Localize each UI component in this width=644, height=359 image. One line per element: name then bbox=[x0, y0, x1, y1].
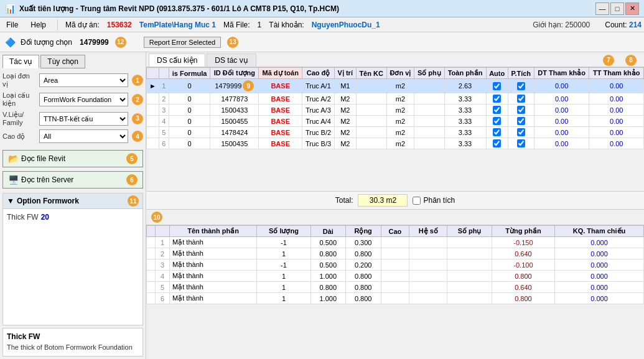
td-ten-kc bbox=[356, 116, 386, 127]
file-code: 1 bbox=[258, 21, 262, 29]
ltd-so-phu bbox=[447, 271, 492, 282]
lower-table-wrap[interactable]: Tên thành phần Số lượng Dài Rộng Cao Hệ … bbox=[146, 225, 644, 359]
ltd-dai: 0.800 bbox=[310, 282, 345, 293]
td-ptich[interactable] bbox=[508, 138, 534, 149]
ltd-he-so bbox=[409, 259, 447, 271]
td-vi-tri: M2 bbox=[334, 105, 356, 116]
obj-label: Đối tượng chọn bbox=[21, 38, 72, 47]
ltd-kq-tc: 0.000 bbox=[555, 237, 644, 248]
td-is-formula: 0 bbox=[169, 93, 210, 105]
ltd-kq-tc: 0.000 bbox=[555, 282, 644, 293]
label-v-lieu: V.Liệu/ Family bbox=[2, 111, 37, 126]
template-name: TemPlate\Hang Muc 1 bbox=[139, 21, 216, 29]
ltd-tung-phan: 0.640 bbox=[492, 248, 554, 259]
close-button[interactable]: ✕ bbox=[625, 2, 639, 15]
option-val: 20 bbox=[41, 213, 49, 221]
maximize-button[interactable]: □ bbox=[610, 2, 624, 15]
td-is-formula: 0 bbox=[169, 105, 210, 116]
circle-8: 8 bbox=[625, 55, 637, 66]
td-auto[interactable] bbox=[486, 127, 508, 138]
lth-num bbox=[156, 226, 170, 237]
td-ptich[interactable] bbox=[508, 105, 534, 116]
td-arrow: ► bbox=[147, 79, 159, 93]
tab-ds-tac-vu[interactable]: DS tác vụ bbox=[207, 54, 256, 67]
td-is-formula: 0 bbox=[169, 79, 210, 93]
ltd-num: 2 bbox=[156, 248, 170, 259]
label-cao-do: Cao độ bbox=[2, 133, 37, 141]
tab-tuy-chon[interactable]: Tùy chọn bbox=[40, 55, 85, 68]
td-tt-tk: 0.00 bbox=[589, 79, 644, 93]
field-loai-cau-kien: Loại cấu kiện FormWork Foundation 2 bbox=[2, 91, 143, 108]
td-vi-tri: M2 bbox=[334, 93, 356, 105]
file-label: Mã File: bbox=[223, 21, 250, 29]
phan-tich-check[interactable]: Phân tích bbox=[413, 196, 455, 205]
ltd-dai: 1.000 bbox=[310, 271, 345, 282]
circle-4: 4 bbox=[132, 131, 143, 142]
td-is-formula: 0 bbox=[169, 127, 210, 138]
menu-file[interactable]: File bbox=[2, 19, 22, 30]
tab-ds-cau-kien[interactable]: DS cấu kiện bbox=[149, 54, 205, 67]
option-section: ▼ Option Formwork 11 Thick FW 20 bbox=[2, 193, 143, 325]
ltd-so-phu bbox=[447, 237, 492, 248]
td-auto[interactable] bbox=[486, 138, 508, 149]
select-loai-cau-kien[interactable]: FormWork Foundation bbox=[39, 93, 128, 106]
triangle-icon: ▼ bbox=[7, 197, 14, 205]
td-don-vi: m2 bbox=[386, 79, 414, 93]
td-don-vi: m2 bbox=[386, 116, 414, 127]
td-ptich[interactable] bbox=[508, 79, 534, 93]
option-header: ▼ Option Formwork 11 bbox=[3, 193, 142, 209]
td-vi-tri: M2 bbox=[334, 116, 356, 127]
title-bar: 📊 Xuất tiên lượng - Trung tâm Revit NPD … bbox=[0, 0, 644, 17]
td-don-vi: m2 bbox=[386, 105, 414, 116]
report-error-button[interactable]: Report Error Selected bbox=[144, 37, 221, 48]
td-ptich[interactable] bbox=[508, 116, 534, 127]
account-label: Tài khoản: bbox=[269, 21, 304, 29]
ltd-tung-phan: -0.150 bbox=[492, 237, 554, 248]
select-v-lieu[interactable]: TTN-BT-kết cấu bbox=[39, 112, 128, 126]
project-code: 153632 bbox=[107, 21, 132, 29]
td-cao-do: Truc A/3 bbox=[302, 105, 335, 116]
ltd-he-so bbox=[409, 293, 447, 304]
td-num: 5 bbox=[159, 127, 169, 138]
td-don-vi: m2 bbox=[386, 127, 414, 138]
th-p-tich: P.Tích bbox=[508, 68, 534, 79]
th-id-doi-tuong: ID Đối tượng bbox=[210, 68, 259, 79]
doc-tren-server-button[interactable]: 🖥️ Đọc trên Server 6 bbox=[2, 171, 143, 189]
td-auto[interactable] bbox=[486, 93, 508, 105]
ltd-so-luong: -1 bbox=[257, 259, 311, 271]
td-arrow bbox=[147, 127, 159, 138]
td-don-vi: m2 bbox=[386, 138, 414, 149]
td-auto[interactable] bbox=[486, 105, 508, 116]
ltd-so-luong: 1 bbox=[257, 248, 311, 259]
limit-val: 250000 bbox=[565, 21, 590, 29]
upper-table-wrap[interactable]: is Formula ID Đối tượng Mã dự toán Cao đ… bbox=[146, 67, 644, 192]
td-cao-do: Truc A/1 bbox=[302, 79, 335, 93]
upper-table: is Formula ID Đối tượng Mã dự toán Cao đ… bbox=[146, 67, 644, 149]
td-ma-du-toan: BASE bbox=[259, 127, 302, 138]
lth-dai: Dài bbox=[310, 226, 345, 237]
lth-empty bbox=[147, 226, 156, 237]
ltd-dai: 0.500 bbox=[310, 259, 345, 271]
td-auto[interactable] bbox=[486, 79, 508, 93]
td-ptich[interactable] bbox=[508, 127, 534, 138]
lth-tung-phan: Từng phần bbox=[492, 226, 554, 237]
select-cao-do[interactable]: All bbox=[39, 129, 128, 143]
td-auto[interactable] bbox=[486, 116, 508, 127]
phan-tich-checkbox[interactable] bbox=[413, 197, 421, 205]
option-key: Thick FW bbox=[7, 213, 39, 221]
label-loai-cau-kien: Loại cấu kiện bbox=[2, 91, 37, 108]
lth-ten: Tên thành phần bbox=[170, 226, 257, 237]
doc-file-revit-button[interactable]: 📂 Đọc file Revit 5 bbox=[2, 150, 143, 167]
ltd-rong: 0.800 bbox=[345, 271, 381, 282]
select-loai-don-vi[interactable]: Area bbox=[39, 73, 128, 87]
obj-id: 1479999 bbox=[80, 38, 109, 47]
menu-help[interactable]: Help bbox=[27, 19, 50, 30]
ltd-so-luong: 1 bbox=[257, 282, 311, 293]
td-ptich[interactable] bbox=[508, 93, 534, 105]
phan-tich-label: Phân tích bbox=[423, 196, 455, 205]
minimize-button[interactable]: — bbox=[595, 2, 609, 15]
tab-tac-vu[interactable]: Tác vụ bbox=[2, 55, 39, 68]
circle-3: 3 bbox=[132, 113, 143, 124]
lth-so-phu: Số phụ bbox=[447, 226, 492, 237]
td-vi-tri: M2 bbox=[334, 138, 356, 149]
